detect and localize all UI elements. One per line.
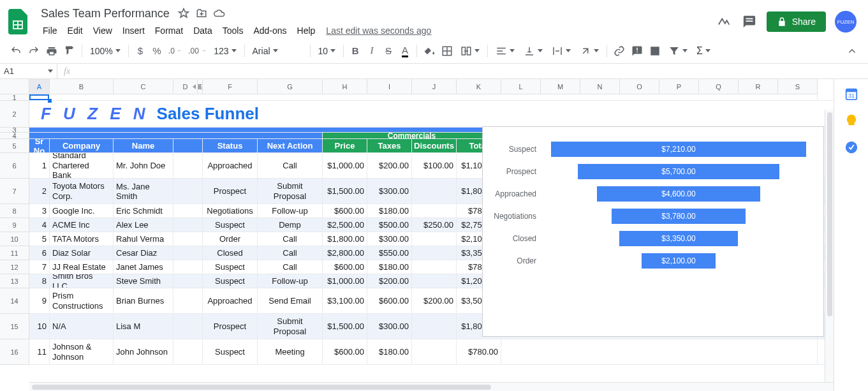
avatar[interactable]: FUZEN (835, 11, 857, 33)
menu-addons[interactable]: Add-ons (249, 23, 291, 38)
number-format-select[interactable]: 123 (210, 43, 240, 59)
row-header[interactable]: 6 (0, 153, 29, 179)
activity-icon[interactable] (716, 13, 732, 30)
column-header-A[interactable]: A (29, 79, 50, 94)
font-select[interactable]: Arial (249, 43, 306, 59)
cell-price[interactable]: $2,800.00 (323, 246, 367, 260)
cell-action[interactable]: Call (258, 232, 323, 246)
filter-icon[interactable] (665, 43, 691, 59)
spreadsheet-grid[interactable]: ABCDEFGHIJKLMNOPQRS 12345678910111213141… (0, 79, 834, 391)
column-header-C[interactable]: C (114, 79, 173, 94)
menu-file[interactable]: File (38, 23, 62, 38)
row-header[interactable]: 4 (0, 133, 29, 139)
cell-name[interactable]: Eric Schmidt (114, 204, 173, 218)
increase-decimal-icon[interactable]: .00 → (186, 43, 209, 59)
cell-srno[interactable]: 7 (29, 260, 50, 274)
row-header[interactable]: 1 (0, 94, 29, 101)
cell-status[interactable]: Approached (203, 153, 258, 178)
cell-name[interactable]: Janet James (114, 260, 173, 274)
column-header-E[interactable]: E (198, 79, 203, 94)
cell-status[interactable]: Suspect (203, 339, 258, 364)
cell-name[interactable]: Steve Smith (114, 274, 173, 288)
cell-srno[interactable]: 3 (29, 204, 50, 218)
cell-price[interactable]: $1,500.00 (323, 314, 367, 339)
italic-icon[interactable]: I (364, 43, 379, 59)
strikethrough-icon[interactable]: S (381, 43, 396, 59)
comments-icon[interactable] (741, 13, 758, 30)
cell-price[interactable]: $1,000.00 (323, 153, 367, 178)
cell-srno[interactable]: 5 (29, 232, 50, 246)
cell-discount[interactable] (412, 260, 457, 274)
redo-icon[interactable] (26, 43, 42, 59)
select-all-corner[interactable] (0, 79, 29, 94)
decrease-decimal-icon[interactable]: .0 ← (166, 43, 184, 59)
cell-price[interactable]: $2,500.00 (323, 218, 367, 232)
cell-srno[interactable]: 2 (29, 179, 50, 203)
cell-action[interactable]: Call (258, 153, 323, 178)
cell-company[interactable]: Smith Bros LLC (50, 274, 114, 288)
cell-name[interactable]: Brian Burnes (114, 288, 173, 313)
collapse-toolbar-icon[interactable] (844, 43, 860, 59)
cell-company[interactable]: JJ Real Estate (50, 260, 114, 274)
column-header-K[interactable]: K (457, 79, 501, 94)
functions-icon[interactable]: Σ (693, 43, 714, 59)
fill-color-icon[interactable] (421, 43, 438, 59)
calendar-icon[interactable]: 31 (844, 87, 858, 101)
cell-name[interactable]: Cesar Diaz (114, 246, 173, 260)
column-header-B[interactable]: B (50, 79, 114, 94)
column-header-O[interactable]: O (620, 79, 659, 94)
vertical-scrollbar[interactable] (825, 110, 834, 382)
menu-tools[interactable]: Tools (218, 23, 248, 38)
row-header[interactable]: 11 (0, 246, 29, 260)
column-header-R[interactable]: R (739, 79, 778, 94)
cell-tax[interactable]: $550.00 (367, 246, 412, 260)
cell-srno[interactable]: 6 (29, 246, 50, 260)
sales-funnel-chart[interactable]: Suspect$7,210.00Prospect$5,700.00Approac… (482, 126, 824, 337)
cell-srno[interactable]: 8 (29, 274, 50, 288)
v-align-icon[interactable] (520, 43, 547, 59)
row-header[interactable]: 8 (0, 204, 29, 218)
cell-discount[interactable] (412, 246, 457, 260)
column-header-I[interactable]: I (367, 79, 412, 94)
row-header[interactable]: 16 (0, 339, 29, 365)
column-header-Q[interactable]: Q (699, 79, 739, 94)
cell-discount[interactable] (412, 274, 457, 288)
insert-comment-icon[interactable] (629, 43, 645, 59)
tasks-icon[interactable] (844, 140, 858, 154)
menu-help[interactable]: Help (293, 23, 320, 38)
cell-price[interactable]: $600.00 (323, 339, 367, 364)
horizontal-scrollbar[interactable] (29, 382, 834, 391)
cell-price[interactable]: $3,100.00 (323, 288, 367, 313)
row-header[interactable]: 12 (0, 260, 29, 274)
row-header[interactable]: 14 (0, 288, 29, 314)
cell-srno[interactable]: 9 (29, 288, 50, 313)
text-color-icon[interactable]: A (397, 43, 413, 59)
cell-tax[interactable]: $500.00 (367, 218, 412, 232)
cell-discount[interactable] (412, 204, 457, 218)
cell-action[interactable]: Call (258, 260, 323, 274)
merge-cells-icon[interactable] (457, 43, 483, 59)
cell-company[interactable]: TATA Motors (50, 232, 114, 246)
cell-action[interactable]: Meeting (258, 339, 323, 364)
row-header[interactable]: 7 (0, 179, 29, 204)
doc-title[interactable]: Sales Team Performance (38, 6, 172, 22)
cell-status[interactable]: Prospect (203, 314, 258, 339)
cell-status[interactable]: Approached (203, 288, 258, 313)
cell-srno[interactable]: 10 (29, 314, 50, 339)
column-headers[interactable]: ABCDEFGHIJKLMNOPQRS (0, 79, 834, 94)
cell-tax[interactable]: $200.00 (367, 153, 412, 178)
cell-price[interactable]: $1,500.00 (323, 179, 367, 203)
row-header[interactable]: 9 (0, 218, 29, 232)
cell-action[interactable]: Demp (258, 218, 323, 232)
cell-company[interactable]: ACME Inc (50, 218, 114, 232)
column-header-P[interactable]: P (659, 79, 699, 94)
cloud-icon[interactable] (213, 7, 226, 20)
font-size-select[interactable]: 10 (314, 43, 340, 59)
cell-company[interactable]: Prism Constructions (50, 288, 114, 313)
text-wrap-icon[interactable] (548, 43, 575, 59)
last-edit-link[interactable]: Last edit was seconds ago (326, 26, 431, 36)
cell-action[interactable]: Submit Proposal (258, 179, 323, 203)
row-header[interactable]: 5 (0, 139, 29, 153)
cell-name[interactable]: Mr. John Doe (114, 153, 173, 178)
cell-price[interactable]: $1,000.00 (323, 274, 367, 288)
